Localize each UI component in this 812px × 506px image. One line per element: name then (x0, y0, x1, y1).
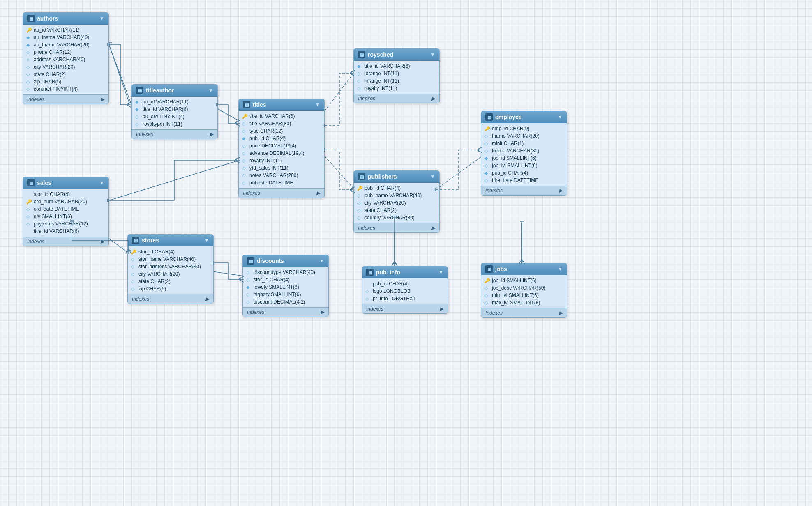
field-row: ◇title VARCHAR(80) (239, 120, 324, 127)
field-icon: ◇ (131, 286, 136, 292)
table-authors[interactable]: ▦ authors ▼ 🔑au_id VARCHAR(11)◆au_lname … (23, 12, 109, 104)
table-jobs[interactable]: ▦ jobs ▼ 🔑job_id SMALLINT(6)◇job_desc VA… (481, 263, 567, 318)
svg-line-46 (394, 261, 397, 266)
indexes-label: Indexes (27, 97, 44, 102)
table-indexes[interactable]: Indexes▶ (362, 304, 448, 313)
field-icon: ◇ (242, 129, 247, 134)
indexes-arrow: ▶ (101, 239, 104, 244)
table-title: stores (142, 237, 202, 244)
field-name: city VARCHAR(20) (364, 200, 406, 206)
field-icon: ◇ (242, 166, 247, 171)
field-name: ytd_sales INT(11) (249, 165, 288, 171)
field-icon: ◇ (357, 193, 362, 198)
field-row: ◇royalty INT(11) (354, 85, 439, 92)
table-indexes[interactable]: Indexes▶ (23, 237, 108, 246)
field-name: royalty INT(11) (249, 158, 282, 163)
table-titleauthor[interactable]: ▦ titleauthor ▼ ◆au_id VARCHAR(11)◆title… (131, 84, 218, 139)
field-name: royaltyper INT(11) (143, 121, 182, 127)
table-titles[interactable]: ▦ titles ▼ 🔑title_id VARCHAR(6)◇title VA… (238, 99, 325, 198)
field-name: stor_address VARCHAR(40) (138, 264, 201, 269)
field-name: advance DECIMAL(19,4) (249, 150, 304, 156)
field-row: 🔑title_id VARCHAR(6) (239, 113, 324, 120)
field-name: hirange INT(11) (364, 78, 399, 84)
field-name: zip CHAR(5) (138, 286, 166, 292)
fk-icon: ◆ (135, 107, 141, 112)
field-row: ◇lname VARCHAR(30) (481, 147, 567, 154)
table-icon: ▦ (136, 87, 143, 94)
field-icon: ◇ (246, 270, 251, 275)
table-indexes[interactable]: Indexes▶ (354, 223, 439, 232)
table-indexes[interactable]: Indexes▶ (354, 94, 439, 103)
field-name: fname VARCHAR(20) (492, 133, 540, 139)
indexes-label: Indexes (136, 131, 153, 137)
field-icon: ◇ (26, 57, 32, 62)
table-discounts[interactable]: ▦ discounts ▼ ◇discounttype VARCHAR(40)◇… (242, 255, 329, 317)
table-indexes[interactable]: Indexes▶ (239, 188, 324, 198)
table-indexes[interactable]: Indexes▶ (128, 294, 213, 304)
field-icon: ◇ (131, 257, 136, 262)
field-row: 🔑stor_id CHAR(4) (128, 248, 213, 255)
field-icon: ◇ (357, 215, 362, 221)
header-arrow: ▼ (315, 102, 320, 108)
table-indexes[interactable]: Indexes▶ (243, 307, 328, 317)
field-row: 🔑ord_num VARCHAR(20) (23, 198, 108, 205)
field-icon: ◇ (26, 64, 32, 70)
field-name: lorange INT(11) (364, 71, 399, 76)
table-title: roysched (368, 51, 428, 58)
table-icon: ▦ (243, 101, 250, 108)
field-row: ◇au_ord TINYINT(4) (132, 113, 217, 120)
indexes-arrow: ▶ (559, 188, 563, 193)
svg-line-0 (109, 44, 131, 105)
fk-icon: ◆ (135, 99, 141, 105)
table-indexes[interactable]: Indexes▶ (481, 308, 567, 317)
field-row: ◇hirange INT(11) (354, 77, 439, 85)
table-indexes[interactable]: Indexes▶ (132, 129, 217, 139)
field-name: au_fname VARCHAR(20) (34, 42, 90, 48)
field-name: pub_name VARCHAR(40) (364, 193, 422, 198)
pk-icon: 🔑 (131, 249, 136, 255)
field-icon: ◇ (26, 87, 32, 92)
field-name: job_desc VARCHAR(50) (492, 285, 546, 291)
table-employee[interactable]: ▦ employee ▼ 🔑emp_id CHAR(9)◇fname VARCH… (481, 111, 567, 196)
table-indexes[interactable]: Indexes▶ (481, 186, 567, 195)
field-row: ◇pub_name VARCHAR(40) (354, 192, 439, 199)
table-sales[interactable]: ▦ sales ▼ stor_id CHAR(4)🔑ord_num VARCHA… (23, 177, 109, 246)
field-row: 🔑job_id SMALLINT(6) (481, 277, 567, 284)
field-row: ◇stor_address VARCHAR(40) (128, 263, 213, 270)
field-name: city VARCHAR(20) (138, 271, 180, 277)
indexes-label: Indexes (358, 225, 375, 231)
field-name: pubdate DATETIME (249, 180, 293, 186)
field-row: ◇city VARCHAR(20) (23, 63, 108, 71)
field-row: ◇notes VARCHAR(200) (239, 172, 324, 179)
field-icon: ◇ (26, 72, 32, 77)
table-stores[interactable]: ▦ stores ▼ 🔑stor_id CHAR(4)◇stor_name VA… (127, 234, 214, 304)
field-name: au_ord TINYINT(4) (143, 114, 185, 120)
field-name: max_lvl SMALLINT(6) (492, 300, 540, 306)
field-icon: ◇ (26, 221, 32, 227)
indexes-label: Indexes (132, 296, 149, 302)
field-name: address VARCHAR(40) (34, 57, 85, 62)
field-name: au_id VARCHAR(11) (143, 99, 189, 105)
indexes-label: Indexes (485, 310, 503, 316)
field-name: stor_id CHAR(4) (254, 277, 290, 283)
field-row: 🔑emp_id CHAR(9) (481, 125, 567, 132)
table-icon: ▦ (27, 179, 35, 186)
field-name: title_id VARCHAR(6) (249, 113, 295, 119)
table-publishers[interactable]: ▦ publishers ▼ 🔑pub_id CHAR(4)◇pub_name … (353, 170, 440, 233)
table-roysched[interactable]: ▦ roysched ▼ ◆title_id VARCHAR(6)◇lorang… (353, 48, 440, 104)
field-name: contract TINYINT(4) (34, 86, 78, 92)
svg-line-45 (392, 261, 394, 266)
field-row: 🔑pub_id CHAR(4) (354, 184, 439, 192)
fk-icon: ◆ (242, 136, 247, 141)
table-title: publishers (368, 173, 428, 180)
field-icon: ◇ (357, 86, 362, 91)
header-arrow: ▼ (204, 237, 209, 243)
field-icon: ◇ (365, 296, 371, 301)
field-icon: ◇ (246, 299, 251, 305)
field-name: country VARCHAR(30) (364, 215, 415, 221)
indexes-arrow: ▶ (440, 306, 443, 312)
table-pub_info[interactable]: ▦ pub_info ▼ pub_id CHAR(4)◇logo LONGBLO… (362, 266, 448, 314)
field-icon: ◇ (246, 277, 251, 283)
table-indexes[interactable]: Indexes▶ (23, 94, 108, 104)
header-arrow: ▼ (99, 16, 104, 21)
